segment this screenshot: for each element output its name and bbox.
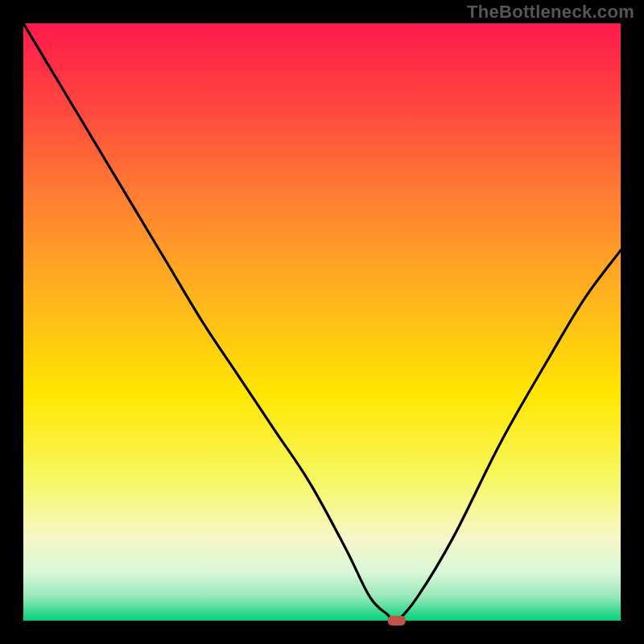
- attribution-text: TheBottleneck.com: [467, 2, 634, 23]
- bottleneck-chart: [0, 0, 644, 644]
- optimal-point-marker: [388, 616, 406, 625]
- chart-container: TheBottleneck.com: [0, 0, 644, 644]
- plot-background: [23, 23, 621, 621]
